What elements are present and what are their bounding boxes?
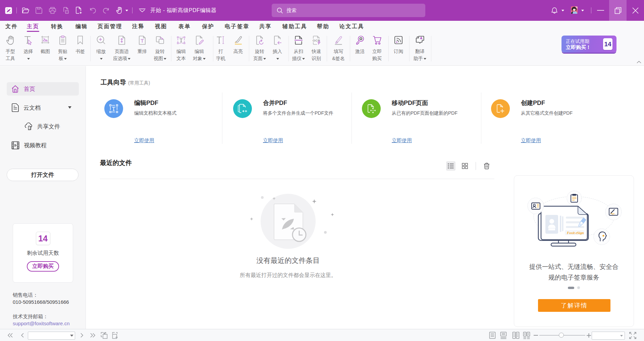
ribbon-subscribe-button[interactable]: 订阅 bbox=[389, 35, 408, 55]
tool-card-create-pdf[interactable]: 创建PDF 从其它格式文件创建PDF 立即使用 bbox=[487, 93, 616, 144]
account-caret[interactable] bbox=[580, 0, 585, 21]
ribbon-clipboard-button[interactable]: 剪贴板 bbox=[54, 35, 72, 62]
hand-tool-icon[interactable] bbox=[115, 0, 123, 21]
tab-accessibility[interactable]: 辅助工具 bbox=[282, 21, 307, 33]
first-page-button[interactable] bbox=[6, 329, 14, 341]
buy-now-pill-button[interactable]: 立即购买 bbox=[27, 261, 59, 272]
fullscreen-button[interactable] bbox=[628, 329, 637, 341]
ribbon-typewriter-button[interactable]: 打字机 bbox=[212, 35, 230, 62]
ribbon-fill-sign-button[interactable]: 填写&签名 bbox=[329, 35, 348, 62]
tool-card-use-link[interactable]: 立即使用 bbox=[134, 137, 154, 144]
tab-esign[interactable]: 电子签章 bbox=[225, 21, 250, 33]
sidebar-item-shared-files[interactable]: 共享文件 bbox=[7, 120, 79, 133]
ribbon-fit-page-button[interactable]: 页面适应选项 bbox=[111, 35, 133, 62]
ribbon-bookmark-button[interactable]: 书签 bbox=[71, 35, 89, 55]
single-page-view-button[interactable] bbox=[488, 329, 496, 341]
next-view-button[interactable] bbox=[111, 329, 120, 341]
clipboard-icon bbox=[58, 35, 67, 45]
restore-button[interactable] bbox=[609, 0, 627, 21]
tool-card-use-link[interactable]: 立即使用 bbox=[392, 137, 412, 144]
notifications-bell-icon[interactable] bbox=[550, 0, 558, 21]
grid-view-button[interactable] bbox=[460, 161, 470, 171]
tool-card-merge-pdf[interactable]: 合并PDF 将多个文件合并生成一个PDF文件 立即使用 bbox=[229, 93, 358, 144]
facing-view-button[interactable] bbox=[512, 329, 520, 341]
notifications-caret[interactable] bbox=[560, 0, 565, 21]
tab-comment[interactable]: 注释 bbox=[132, 21, 145, 33]
tool-card-edit-pdf[interactable]: 编辑PDF 编辑文档和文本格式 立即使用 bbox=[101, 93, 229, 144]
save-icon[interactable] bbox=[35, 0, 43, 21]
zoom-in-icon bbox=[587, 333, 591, 338]
ribbon-translate-button[interactable]: 翻译助手 bbox=[411, 35, 429, 62]
zoom-slider-knob[interactable] bbox=[559, 333, 564, 338]
close-button[interactable] bbox=[627, 0, 644, 21]
ribbon-highlight-button[interactable]: 高亮 bbox=[229, 35, 247, 55]
promo-dot-active[interactable] bbox=[568, 287, 574, 289]
tab-view[interactable]: 视图 bbox=[155, 21, 167, 33]
ribbon-quick-ocr-button[interactable]: OCR 快速识别 bbox=[307, 35, 325, 62]
ribbon-rotate-pages-button[interactable]: 旋转页面 bbox=[251, 35, 269, 62]
tab-home[interactable]: 主页 bbox=[27, 21, 39, 33]
ribbon-select-button[interactable]: 选择 bbox=[19, 35, 37, 62]
tab-file[interactable]: 文件 bbox=[5, 21, 18, 33]
ribbon-zoom-button[interactable]: 缩放 bbox=[92, 35, 110, 62]
ribbon-edit-text-button[interactable]: 编辑文本 bbox=[172, 35, 190, 62]
tab-edit[interactable]: 编辑 bbox=[75, 21, 88, 33]
sidebar-item-video-tutorials[interactable]: 视频教程 bbox=[7, 138, 79, 152]
ribbon-hand-tool-button[interactable]: 手型工具 bbox=[1, 35, 19, 62]
hand-tool-caret[interactable] bbox=[124, 0, 129, 21]
last-page-button[interactable] bbox=[89, 329, 97, 341]
quick-access-chevron-icon[interactable] bbox=[138, 0, 147, 21]
page-number-input[interactable] bbox=[28, 332, 75, 340]
tab-form[interactable]: 表单 bbox=[178, 21, 191, 33]
collapse-ribbon-chevron[interactable] bbox=[637, 61, 641, 63]
open-file-button[interactable]: 打开文件 bbox=[7, 169, 78, 181]
tab-protect[interactable]: 保护 bbox=[202, 21, 214, 33]
minimize-button[interactable] bbox=[592, 0, 609, 21]
cloud-docs-caret[interactable] bbox=[68, 106, 71, 109]
clear-recent-button[interactable] bbox=[482, 161, 491, 171]
open-file-icon[interactable] bbox=[21, 0, 30, 21]
promo-dot[interactable] bbox=[577, 286, 580, 289]
zoom-level-caret[interactable] bbox=[620, 335, 623, 337]
page-number-caret[interactable] bbox=[70, 335, 73, 337]
typewriter-icon bbox=[216, 35, 225, 45]
facing-continuous-view-button[interactable] bbox=[523, 329, 531, 341]
user-avatar[interactable] bbox=[571, 6, 578, 14]
tab-convert[interactable]: 转换 bbox=[51, 21, 63, 33]
learn-more-button[interactable]: 了解详情 bbox=[538, 299, 610, 312]
ribbon-buy-now-button[interactable]: 立即购买 bbox=[368, 35, 386, 62]
trial-buy-badge[interactable]: 正在试用期立即购买！ 14 bbox=[561, 36, 616, 53]
ribbon-edit-object-button[interactable]: 编辑对象 bbox=[190, 35, 208, 62]
next-view-icon bbox=[112, 332, 119, 339]
tab-paper-tools[interactable]: 论文工具 bbox=[339, 21, 364, 33]
redo-icon[interactable] bbox=[102, 0, 110, 21]
sidebar-item-home[interactable]: 首页 bbox=[7, 82, 79, 96]
ribbon-from-scanner-button[interactable]: 从扫描仪 bbox=[289, 35, 308, 62]
sidebar-item-cloud-docs[interactable]: 云文档 bbox=[7, 101, 79, 114]
tool-card-use-link[interactable]: 立即使用 bbox=[263, 137, 283, 144]
search-input[interactable]: 搜索 bbox=[272, 4, 425, 17]
prev-page-button[interactable] bbox=[19, 329, 25, 341]
tool-card-use-link[interactable]: 立即使用 bbox=[521, 137, 541, 144]
ribbon-rotate-view-button[interactable]: 旋转视图 bbox=[151, 35, 169, 62]
tab-share[interactable]: 共享 bbox=[259, 21, 272, 33]
zoom-level-select[interactable] bbox=[592, 332, 625, 340]
next-page-button[interactable] bbox=[78, 329, 85, 341]
support-email-link[interactable]: support@foxitsoftware.cn bbox=[13, 320, 69, 327]
previous-view-button[interactable] bbox=[100, 329, 109, 341]
ribbon-insert-pages-button[interactable]: 插入 bbox=[268, 35, 286, 62]
create-document-icon[interactable] bbox=[75, 0, 83, 21]
continuous-view-button[interactable] bbox=[499, 329, 507, 341]
tab-help[interactable]: 帮助 bbox=[317, 21, 329, 33]
zoom-in-button[interactable] bbox=[586, 329, 592, 341]
ribbon-activate-button[interactable]: 激活 bbox=[351, 35, 369, 55]
print-icon[interactable] bbox=[48, 0, 56, 21]
ribbon-reflow-button[interactable]: 重排 bbox=[133, 35, 151, 55]
zoom-out-button[interactable] bbox=[533, 329, 539, 341]
tool-card-move-pages[interactable]: 移动PDF页面 从已有的PDF页面创建新的PDF 立即使用 bbox=[358, 93, 487, 144]
close-document-icon[interactable] bbox=[62, 0, 70, 21]
undo-icon[interactable] bbox=[89, 0, 97, 21]
ribbon-snapshot-button[interactable]: 截图 bbox=[36, 35, 54, 55]
list-view-button[interactable] bbox=[446, 161, 455, 171]
tab-organize[interactable]: 页面管理 bbox=[98, 21, 122, 33]
